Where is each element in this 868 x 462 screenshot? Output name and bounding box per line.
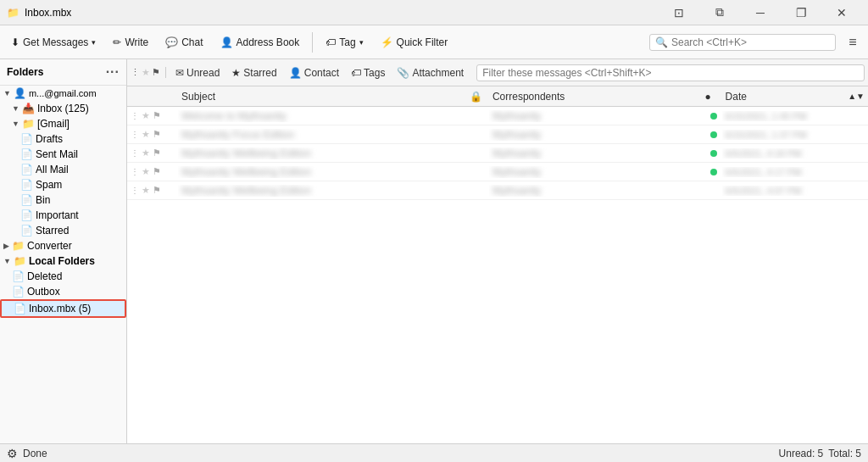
row-subject-3: Mythsanity Wellbeing Edition <box>178 166 464 178</box>
contact-filter-icon: 👤 <box>289 67 302 79</box>
row-star-1[interactable]: ★ <box>142 129 150 140</box>
sidebar-item-converter[interactable]: ▶ 📁 Converter <box>0 238 126 253</box>
search-input[interactable] <box>671 36 830 48</box>
local-folders-expand-icon: ▼ <box>3 257 11 265</box>
inboxmbx-folder-icon: 📄 <box>14 303 26 314</box>
row-star-4[interactable]: ★ <box>142 185 150 196</box>
enc-column-header: 🔒 <box>464 91 489 103</box>
main-toolbar: ⬇ Get Messages ▾ ✏ Write 💬 Chat 👤 Addres… <box>0 25 868 59</box>
sidebar-item-bin[interactable]: 📄 Bin <box>0 192 126 208</box>
row-star-0[interactable]: ★ <box>142 110 150 121</box>
correspondents-column-header[interactable]: Correspondents <box>489 91 705 103</box>
chat-button[interactable]: 💬 Chat <box>158 32 210 53</box>
sidebar-item-important[interactable]: 📄 Important <box>0 208 126 223</box>
sidebar-item-gmail[interactable]: ▼ 📁 [Gmail] <box>0 116 126 131</box>
outbox-label: Outbox <box>27 286 60 298</box>
row-subject-4: Mythsanity Wellbeing Edition <box>178 185 464 197</box>
total-count: Total: 5 <box>828 448 861 459</box>
row-correspondent-text-4: Mythsanity <box>492 185 541 197</box>
status-text: Done <box>23 448 47 459</box>
row-flags-3: ⋮ ★ ⚑ <box>127 166 178 177</box>
sent-label: Sent Mail <box>36 148 78 160</box>
subject-column-header[interactable]: Subject <box>178 91 464 103</box>
row-subject-text-2: Mythsanity Wellbeing Edition <box>181 148 311 159</box>
row-correspondents-3: Mythsanity <box>489 166 705 178</box>
row-correspondents-4: Mythsanity <box>489 185 705 197</box>
connection-icon: ⚙ <box>7 447 18 460</box>
right-panel: ⋮ ★ ⚑ ✉ Unread ★ Starred 👤 Contact 🏷 Tag… <box>127 59 868 443</box>
row-date-4: 6/5/2021, 4:07 PM <box>722 186 868 196</box>
message-filter-search[interactable] <box>476 64 865 81</box>
allmail-folder-icon: 📄 <box>20 164 33 175</box>
window-fullscreen-btn[interactable]: ⊡ <box>659 0 698 25</box>
inboxmbx-label: Inbox.mbx (5) <box>29 303 91 314</box>
quick-filter-button[interactable]: ⚡ Quick Filter <box>373 32 456 53</box>
sidebar-item-allmail[interactable]: 📄 All Mail <box>0 162 126 177</box>
sidebar-account[interactable]: ▼ 👤 m...@gmail.com <box>0 86 126 101</box>
table-row[interactable]: ⋮ ★ ⚑ Mythsanity Wellbeing Edition Myths… <box>127 181 868 200</box>
row-flags-1: ⋮ ★ ⚑ <box>127 129 178 140</box>
sidebar-item-sent[interactable]: 📄 Sent Mail <box>0 147 126 162</box>
sidebar-item-inboxmbx[interactable]: 📄 Inbox.mbx (5) <box>0 299 126 318</box>
row-date-text-4: 6/5/2021, 4:07 PM <box>726 186 802 196</box>
tag-button[interactable]: 🏷 Tag ▾ <box>318 32 370 53</box>
row-flags-4: ⋮ ★ ⚑ <box>127 185 178 196</box>
sidebar-options-button[interactable]: ··· <box>106 64 120 80</box>
bin-folder-icon: 📄 <box>20 194 33 206</box>
row-correspondents-0: Mythsanity <box>489 110 705 122</box>
date-column-header[interactable]: Date ▲▼ <box>722 91 868 103</box>
sidebar-item-spam[interactable]: 📄 Spam <box>0 177 126 192</box>
row-flag-0: ⚑ <box>153 110 161 121</box>
unread-filter-button[interactable]: ✉ Unread <box>170 64 225 82</box>
drafts-folder-icon: 📄 <box>20 133 33 145</box>
address-book-button[interactable]: 👤 Address Book <box>213 32 308 53</box>
row-date-1: 6/15/2021, 1:37 PM <box>722 130 868 140</box>
account-icon: 👤 <box>14 87 26 99</box>
sidebar-item-inbox[interactable]: ▼ 📥 Inbox (125) <box>0 101 126 116</box>
sidebar-item-local-folders[interactable]: ▼ 📁 Local Folders <box>0 253 126 269</box>
folders-label: Folders <box>7 66 43 78</box>
restore-btn[interactable]: ❐ <box>782 0 821 25</box>
star-col-icon: ★ <box>142 67 150 78</box>
starred-label: Starred <box>36 225 69 237</box>
attachment-filter-button[interactable]: 📎 Attachment <box>391 64 470 82</box>
statusbar-right: Unread: 5 Total: 5 <box>779 448 861 459</box>
window-another-btn[interactable]: ⧉ <box>700 0 739 25</box>
sidebar-item-drafts[interactable]: 📄 Drafts <box>0 131 126 147</box>
row-bullet-indicator-2 <box>710 150 717 157</box>
contact-filter-button[interactable]: 👤 Contact <box>283 64 345 82</box>
search-bar[interactable]: 🔍 <box>649 34 836 51</box>
get-messages-icon: ⬇ <box>11 36 19 48</box>
gmail-expand-icon: ▼ <box>12 120 19 128</box>
row-thread-icon-3: ⋮ <box>131 167 139 176</box>
row-date-2: 6/5/2021, 4:18 PM <box>722 148 868 159</box>
app-icon: 📁 <box>7 7 19 19</box>
table-row[interactable]: ⋮ ★ ⚑ Welcome to Mythsanity Mythsanity 6… <box>127 107 868 125</box>
row-bullet-0 <box>705 113 722 120</box>
table-row[interactable]: ⋮ ★ ⚑ Mythsanity Focus Edition Mythsanit… <box>127 125 868 144</box>
row-thread-icon-4: ⋮ <box>131 186 139 195</box>
row-correspondents-2: Mythsanity <box>489 148 705 159</box>
tag-dropdown-icon: ▾ <box>359 38 364 47</box>
deleted-folder-icon: 📄 <box>12 270 25 282</box>
hamburger-menu-button[interactable]: ≡ <box>841 31 865 54</box>
message-filter-input[interactable] <box>482 67 859 79</box>
sidebar-item-outbox[interactable]: 📄 Outbox <box>0 284 126 299</box>
sidebar-item-deleted[interactable]: 📄 Deleted <box>0 269 126 284</box>
account-expand-icon: ▼ <box>3 89 11 97</box>
table-row[interactable]: ⋮ ★ ⚑ Mythsanity Wellbeing Edition Myths… <box>127 144 868 163</box>
close-btn[interactable]: ✕ <box>822 0 861 25</box>
sidebar-item-starred[interactable]: 📄 Starred <box>0 223 126 238</box>
row-star-3[interactable]: ★ <box>142 166 150 177</box>
row-star-2[interactable]: ★ <box>142 148 150 159</box>
deleted-label: Deleted <box>27 270 62 282</box>
get-messages-dropdown-icon: ▾ <box>92 38 96 47</box>
write-button[interactable]: ✏ Write <box>105 32 156 53</box>
minimize-btn[interactable]: ─ <box>741 0 780 25</box>
table-row[interactable]: ⋮ ★ ⚑ Mythsanity Wellbeing Edition Myths… <box>127 163 868 181</box>
starred-filter-button[interactable]: ★ Starred <box>225 64 282 82</box>
converter-expand-icon: ▶ <box>3 242 9 250</box>
row-date-text-0: 6/15/2021, 1:45 PM <box>726 111 807 121</box>
get-messages-button[interactable]: ⬇ Get Messages ▾ <box>3 32 103 53</box>
tags-filter-button[interactable]: 🏷 Tags <box>345 64 391 82</box>
